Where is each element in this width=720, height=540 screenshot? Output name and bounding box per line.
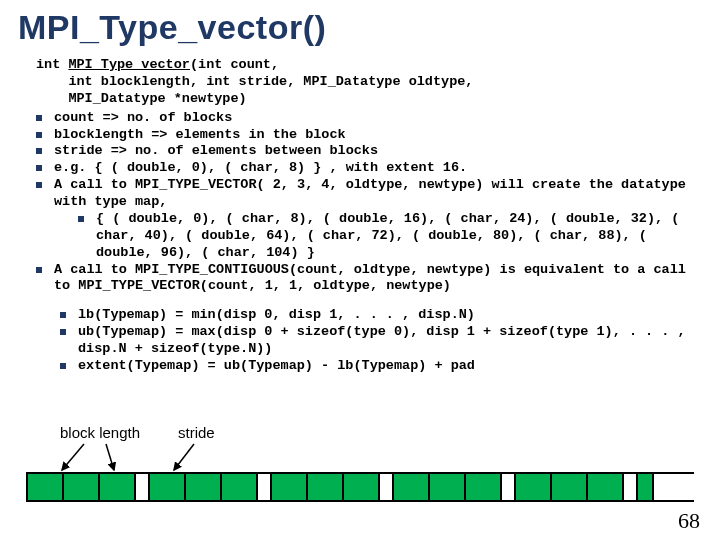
lbub-list: lb(Typemap) = min(disp 0, disp 1, . . . … [60,307,702,375]
bullet: ub(Typemap) = max(disp 0 + sizeof(type 0… [60,324,702,358]
svg-line-0 [62,444,84,470]
main-bullet-list: count => no. of blocks blocklength => el… [36,110,702,296]
slide-title: MPI_Type_vector() [18,8,702,47]
bullet: stride => no. of elements between blocks [36,143,702,160]
block-segment [64,474,100,500]
bullet: A call to MPI_TYPE_CONTIGUOUS(count, old… [36,262,702,296]
block-segment [466,474,502,500]
vector-diagram [26,472,694,502]
bullet: blocklength => elements in the block [36,127,702,144]
gap-segment [258,474,272,500]
gap-segment [624,474,638,500]
block-segment [430,474,466,500]
block-segment [394,474,430,500]
bullet: e.g. { ( double, 0), ( char, 8) } , with… [36,160,702,177]
block-segment [552,474,588,500]
func-name: MPI_Type_vector [68,57,190,72]
block-segment [272,474,308,500]
block-segment [588,474,624,500]
bullet: count => no. of blocks [36,110,702,127]
bullet: lb(Typemap) = min(disp 0, disp 1, . . . … [60,307,702,324]
gap-segment [136,474,150,500]
bullet: A call to MPI_TYPE_VECTOR( 2, 3, 4, oldt… [36,177,702,261]
block-segment [516,474,552,500]
block-segment [222,474,258,500]
block-segment [638,474,654,500]
svg-line-2 [174,444,194,470]
gap-segment [380,474,394,500]
slide: MPI_Type_vector() int MPI_Type_vector(in… [0,0,720,540]
sub-bullet: { ( double, 0), ( char, 8), ( double, 16… [78,211,702,262]
svg-line-1 [106,444,114,470]
gap-segment [502,474,516,500]
block-segment [186,474,222,500]
slide-number: 68 [678,508,700,534]
label-stride: stride [178,424,215,441]
bullet: extent(Typemap) = ub(Typemap) - lb(Typem… [60,358,702,375]
function-signature: int MPI_Type_vector(int count, int block… [36,57,702,108]
block-segment [308,474,344,500]
sub-bullet-list: { ( double, 0), ( char, 8), ( double, 16… [78,211,702,262]
block-segment [100,474,136,500]
label-blocklength: block length [60,424,140,441]
block-segment [28,474,64,500]
block-segment [150,474,186,500]
block-segment [344,474,380,500]
